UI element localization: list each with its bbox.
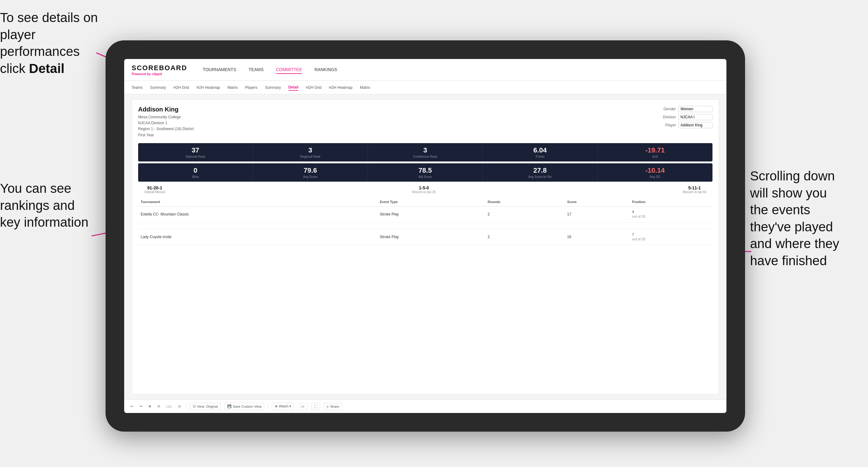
filter-player-row: Player Addison King bbox=[657, 122, 712, 128]
row3-event-type: Stroke Play bbox=[377, 229, 485, 245]
stat-national-rank-label: National Rank bbox=[142, 155, 249, 158]
stat-wins-label: Wins bbox=[142, 175, 249, 179]
subnav-detail[interactable]: Detail bbox=[288, 85, 299, 91]
table-header: Tournament Event Type Rounds Score Posit… bbox=[138, 197, 712, 207]
record-overall-label: Overall Record bbox=[144, 190, 165, 194]
col-rounds: Rounds bbox=[485, 197, 565, 207]
toolbar-layout[interactable]: □-□ bbox=[165, 403, 173, 410]
row1-position: 4out of 20 bbox=[629, 206, 712, 222]
stat-regional-rank-label: Regional Rank bbox=[257, 155, 364, 158]
tournament-table: Tournament Event Type Rounds Score Posit… bbox=[138, 197, 712, 245]
annotation-top-left: To see details on player performances cl… bbox=[0, 9, 102, 77]
share-icon: ⎆ bbox=[327, 405, 329, 408]
filter-division-select[interactable]: NJCAA I bbox=[678, 114, 712, 120]
col-tournament: Tournament bbox=[138, 197, 377, 207]
annotation-right: Scrolling down will show you the events … bbox=[750, 168, 868, 270]
table-header-row: Tournament Event Type Rounds Score Posit… bbox=[138, 197, 712, 207]
stat-wins-value: 0 bbox=[142, 166, 249, 175]
player-name: Addison King bbox=[138, 106, 194, 113]
stat-adj-score-label: Adj Score bbox=[372, 175, 479, 179]
row1-tournament: Estella CC- Mountain Classic bbox=[138, 206, 377, 222]
logo-scoreboard: SCOREBOARD bbox=[132, 64, 187, 72]
stat-conference-rank: 3 Conference Rank bbox=[368, 143, 483, 161]
subnav-h2h-heatmap2[interactable]: H2H Heatmap bbox=[329, 85, 352, 90]
nav-rankings[interactable]: RANKINGS bbox=[314, 66, 337, 74]
subnav-teams[interactable]: Teams bbox=[132, 85, 143, 90]
table-body: Estella CC- Mountain Classic Stroke Play… bbox=[138, 206, 712, 245]
stat-national-rank: 37 National Rank bbox=[138, 143, 253, 161]
player-school: Mesa Community College bbox=[138, 114, 194, 120]
stats-row-2: 0 Wins 79.6 Avg Score 78.5 Adj Score 27.… bbox=[138, 163, 712, 182]
stat-wins: 0 Wins bbox=[138, 163, 253, 182]
stat-avg-score: 79.6 Avg Score bbox=[253, 163, 368, 182]
view-original-icon: ⊡ bbox=[193, 404, 195, 408]
player-division: NJCAA Division 1 bbox=[138, 120, 194, 126]
toolbar-share[interactable]: ⎆ Share bbox=[324, 403, 342, 410]
stat-points-label: Points bbox=[487, 155, 594, 158]
stat-avg-score-label: Avg Score bbox=[257, 175, 364, 179]
logo-area: SCOREBOARD Powered by clippd bbox=[132, 64, 187, 76]
nav-teams[interactable]: TEAMS bbox=[249, 66, 264, 74]
row1-rounds: 2 bbox=[485, 206, 565, 222]
toolbar-save-custom[interactable]: 💾 Save Custom View bbox=[224, 403, 265, 410]
toolbar-clock[interactable]: ◷ bbox=[177, 403, 182, 410]
stat-avg-sg-label: Avg SG bbox=[601, 175, 709, 179]
row3-position: 7out of 20 bbox=[629, 229, 712, 245]
content-panel: Addison King Mesa Community College NJCA… bbox=[132, 99, 719, 394]
stat-adj-score: 78.5 Adj Score bbox=[368, 163, 483, 182]
subnav-matrix[interactable]: Matrix bbox=[227, 85, 238, 90]
save-icon: 💾 bbox=[227, 404, 231, 408]
record-top25-value: 1-5-0 bbox=[412, 185, 436, 190]
toolbar-undo[interactable]: ↩ bbox=[129, 403, 134, 410]
annotation-bottom-left: You can see rankings and key information bbox=[0, 180, 105, 231]
record-top50: 5-11-1 Record vs top 50 bbox=[683, 185, 706, 194]
player-info-row: Addison King Mesa Community College NJCA… bbox=[138, 106, 712, 138]
subnav-matrix2[interactable]: Matrix bbox=[360, 85, 370, 90]
filter-player-select[interactable]: Addison King bbox=[678, 122, 712, 128]
toolbar-sep-2 bbox=[268, 403, 268, 410]
filter-gender-label: Gender bbox=[657, 107, 676, 111]
record-overall-value: 91-20-1 bbox=[144, 185, 165, 190]
subnav-h2h-grid[interactable]: H2H Grid bbox=[174, 85, 189, 90]
nav-tournaments[interactable]: TOURNAMENTS bbox=[203, 66, 236, 74]
stat-regional-rank-value: 3 bbox=[257, 146, 364, 154]
stat-national-rank-value: 37 bbox=[142, 146, 249, 154]
row3-rounds: 2 bbox=[485, 229, 565, 245]
toolbar-add[interactable]: ⊕ bbox=[147, 403, 152, 410]
row1-event-type: Stroke Play bbox=[377, 206, 485, 222]
player-details: Addison King Mesa Community College NJCA… bbox=[138, 106, 194, 138]
record-top25: 1-5-0 Record vs top 25 bbox=[412, 185, 436, 194]
nav-committee[interactable]: COMMITTEE bbox=[276, 66, 302, 74]
toolbar-view[interactable]: ⊙ bbox=[156, 403, 161, 410]
toolbar-fullscreen[interactable]: ⛶ bbox=[311, 403, 320, 410]
col-position: Position bbox=[629, 197, 712, 207]
stat-sos: -19.71 SoS bbox=[598, 143, 712, 161]
subnav-players[interactable]: Players bbox=[245, 85, 257, 90]
subnav-summary2[interactable]: Summary bbox=[265, 85, 281, 90]
watch-icon: ⊕ bbox=[275, 404, 278, 408]
stat-avg-score-par-value: 27.8 bbox=[487, 166, 594, 175]
col-score: Score bbox=[565, 197, 629, 207]
col-event-type: Event Type bbox=[377, 197, 485, 207]
toolbar-watch[interactable]: ⊕ Watch ▾ bbox=[272, 403, 294, 410]
toolbar-sep-1 bbox=[186, 403, 186, 410]
main-content: Addison King Mesa Community College NJCA… bbox=[124, 94, 726, 399]
toolbar-redo[interactable]: ↪ bbox=[138, 403, 144, 410]
stat-adj-score-value: 78.5 bbox=[372, 166, 479, 175]
subnav-summary[interactable]: Summary bbox=[150, 85, 166, 90]
toolbar-view-original[interactable]: ⊡ View: Original bbox=[190, 403, 221, 410]
filter-gender-select[interactable]: Women bbox=[678, 106, 712, 112]
stat-conference-rank-value: 3 bbox=[372, 146, 479, 154]
main-nav: TOURNAMENTS TEAMS COMMITTEE RANKINGS bbox=[203, 66, 337, 74]
toolbar-screen[interactable]: □+ bbox=[298, 403, 307, 410]
stat-avg-sg: -10.14 Avg SG bbox=[598, 163, 712, 182]
subnav-h2h-grid2[interactable]: H2H Grid bbox=[306, 85, 321, 90]
subnav-h2h-heatmap[interactable]: H2H Heatmap bbox=[196, 85, 220, 90]
app-header: SCOREBOARD Powered by clippd TOURNAMENTS… bbox=[124, 59, 726, 81]
tablet-frame: SCOREBOARD Powered by clippd TOURNAMENTS… bbox=[105, 40, 745, 432]
stat-avg-score-par: 27.8 Avg Score to Par bbox=[483, 163, 598, 182]
filter-player-label: Player bbox=[657, 123, 676, 127]
row3-tournament: Lady Coyote Invite bbox=[138, 229, 377, 245]
stat-sos-value: -19.71 bbox=[601, 146, 709, 154]
record-top25-label: Record vs top 25 bbox=[412, 190, 436, 194]
